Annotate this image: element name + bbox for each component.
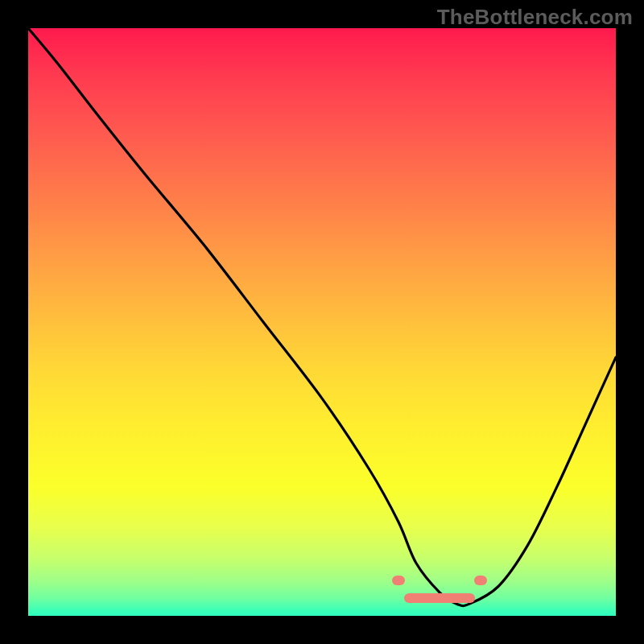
highlight-left (392, 576, 405, 585)
bottleneck-curve-path (28, 28, 616, 606)
plot-area (28, 28, 616, 616)
highlight-right (474, 576, 487, 585)
watermark-text: TheBottleneck.com (437, 5, 633, 30)
curve-layer (28, 28, 616, 616)
highlight-mid (404, 593, 475, 603)
chart-container: TheBottleneck.com (0, 0, 644, 644)
